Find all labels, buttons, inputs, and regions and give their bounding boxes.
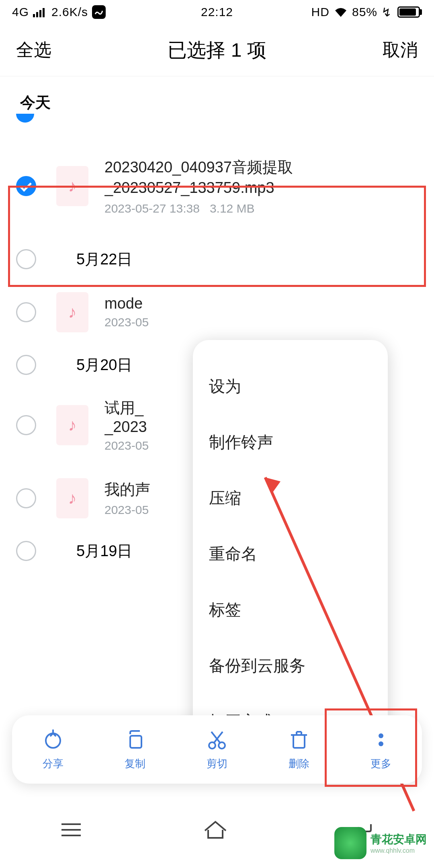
copy-icon <box>125 729 145 751</box>
battery-icon <box>396 6 422 18</box>
svg-rect-4 <box>92 5 106 19</box>
menu-tag[interactable]: 标签 <box>209 582 372 638</box>
share-button[interactable]: 分享 <box>29 729 77 771</box>
music-icon: ♪ <box>56 405 88 445</box>
clock: 22:12 <box>149 5 285 19</box>
wifi-icon <box>334 6 348 18</box>
cancel-button[interactable]: 取消 <box>317 38 418 62</box>
checkbox-icon[interactable] <box>16 302 36 322</box>
menu-rename[interactable]: 重命名 <box>209 526 372 582</box>
status-bar: 4G 2.6K/s 22:12 HD 85% ↯ <box>0 0 434 24</box>
home-button[interactable] <box>203 819 228 840</box>
annotation-highlight-more <box>325 708 417 787</box>
menu-make-ringtone[interactable]: 制作铃声 <box>209 414 372 470</box>
svg-rect-0 <box>33 14 35 17</box>
network-type: 4G <box>12 5 29 19</box>
checkbox-icon[interactable] <box>16 488 36 508</box>
partial-checkbox-icon[interactable] <box>16 114 34 123</box>
checkbox-icon[interactable] <box>16 541 36 561</box>
svg-rect-2 <box>39 10 41 17</box>
context-menu: 设为 制作铃声 压缩 重命名 标签 备份到云服务 打开方式 <box>193 340 388 744</box>
signal-icon <box>33 7 47 17</box>
menu-backup-cloud[interactable]: 备份到云服务 <box>209 638 372 694</box>
scissors-icon <box>207 729 227 751</box>
section-today: 今天 <box>0 76 434 121</box>
copy-button[interactable]: 复制 <box>111 729 159 771</box>
checkbox-icon[interactable] <box>16 415 36 435</box>
watermark: 青花安卓网 www.qhhlv.com <box>334 827 427 859</box>
file-name: mode <box>104 295 418 312</box>
music-icon: ♪ <box>56 478 88 518</box>
selection-header: 全选 已选择 1 项 取消 <box>0 24 434 76</box>
delete-button[interactable]: 删除 <box>275 729 323 771</box>
hd-indicator: HD <box>311 5 330 19</box>
file-row[interactable]: ♪ mode 2023-05 <box>0 279 434 345</box>
recents-button[interactable] <box>60 821 82 839</box>
menu-set-as[interactable]: 设为 <box>209 358 372 414</box>
file-meta: 2023-05 <box>104 315 418 329</box>
selection-title: 已选择 1 项 <box>117 37 317 63</box>
data-speed: 2.6K/s <box>51 5 88 19</box>
svg-rect-8 <box>130 736 141 748</box>
svg-rect-1 <box>36 12 38 17</box>
trash-icon <box>289 729 309 751</box>
share-icon <box>43 729 63 751</box>
battery-percent: 85% <box>352 5 377 19</box>
charge-icon: ↯ <box>381 5 392 19</box>
checkbox-icon[interactable] <box>16 355 36 375</box>
menu-compress[interactable]: 压缩 <box>209 470 372 526</box>
svg-point-7 <box>46 733 60 748</box>
cut-button[interactable]: 剪切 <box>193 729 241 771</box>
svg-rect-3 <box>43 8 45 17</box>
watermark-logo-icon <box>334 827 366 859</box>
annotation-highlight-selected <box>8 186 426 287</box>
music-icon: ♪ <box>56 292 88 332</box>
select-all-button[interactable]: 全选 <box>16 38 117 62</box>
app-icon <box>92 5 106 19</box>
svg-rect-13 <box>293 735 305 748</box>
